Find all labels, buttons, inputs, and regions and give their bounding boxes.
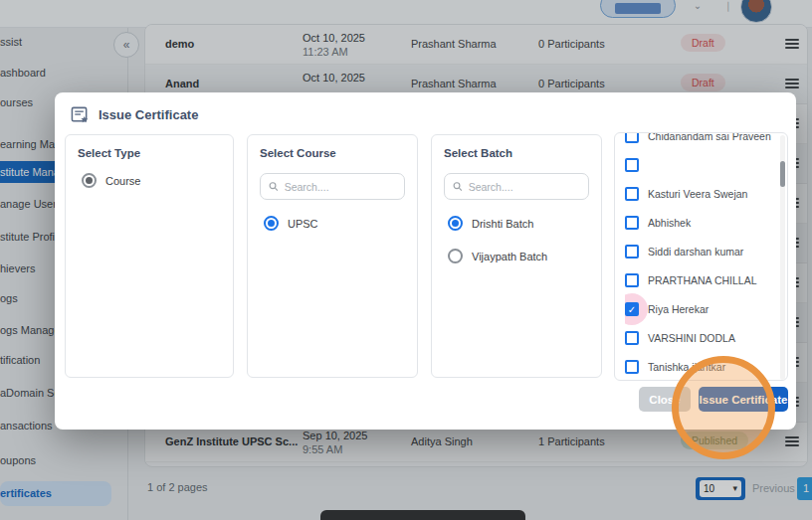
batch-option-vijaypath[interactable]: Vijaypath Batch	[448, 249, 589, 263]
select-students-panel: Chidanandam sai PraveenKasturi Veera Swe…	[614, 132, 788, 381]
checkbox-icon[interactable]	[625, 216, 639, 230]
modal-header: Issue Certificate	[71, 102, 198, 126]
checkbox-icon[interactable]	[625, 158, 639, 172]
student-name-label: PRARTHANA CHILLAL	[648, 274, 757, 286]
batch-option-label: Vijaypath Batch	[472, 251, 547, 262]
select-type-title: Select Type	[78, 147, 221, 159]
student-list: Chidanandam sai PraveenKasturi Veera Swe…	[625, 133, 774, 381]
type-option-course[interactable]: Course	[82, 173, 221, 188]
search-icon	[269, 181, 279, 192]
student-name-label: Chidanandam sai Praveen	[648, 133, 771, 142]
checkbox-icon[interactable]	[625, 273, 639, 287]
radio-unselected-icon[interactable]	[448, 249, 463, 263]
checkbox-icon[interactable]	[625, 360, 639, 374]
student-item[interactable]: Abhishek	[625, 212, 774, 234]
student-item[interactable]: Siddi darshan kumar	[625, 241, 774, 262]
batch-option-drishti[interactable]: Drishti Batch	[448, 216, 589, 231]
checkbox-icon[interactable]	[625, 331, 639, 345]
checkbox-icon[interactable]	[625, 245, 639, 259]
radio-selected-icon[interactable]	[82, 173, 97, 188]
search-icon	[453, 181, 463, 192]
student-item[interactable]: ✓Riya Herekar	[625, 298, 774, 320]
batch-search-input[interactable]	[469, 181, 580, 193]
student-item[interactable]: Kasturi Veera Swejan	[625, 183, 774, 205]
modal-title: Issue Certificate	[99, 107, 198, 122]
select-batch-title: Select Batch	[444, 147, 589, 159]
student-name-label: Siddi darshan kumar	[648, 246, 743, 258]
batch-option-label: Drishti Batch	[472, 218, 533, 230]
student-name-label: Kasturi Veera Swejan	[648, 188, 747, 200]
highlight-circle-annotation	[672, 356, 775, 459]
batch-search	[444, 173, 589, 200]
certificate-icon	[71, 105, 90, 124]
course-option-upsc[interactable]: UPSC	[264, 216, 405, 231]
type-option-label: Course	[105, 175, 140, 187]
select-type-panel: Select Type Course	[65, 134, 234, 378]
checkbox-checked-icon[interactable]: ✓	[625, 302, 639, 316]
select-course-title: Select Course	[260, 147, 405, 159]
select-course-panel: Select Course UPSC	[247, 134, 418, 378]
student-item[interactable]: VARSHINI DODLA	[625, 327, 774, 349]
course-search-input[interactable]	[285, 181, 396, 193]
checkbox-icon[interactable]	[625, 133, 639, 143]
student-item[interactable]	[625, 154, 774, 176]
student-item[interactable]: PRARTHANA CHILLAL	[625, 269, 774, 291]
student-name-label: VARSHINI DODLA	[648, 332, 735, 344]
screen: ⌄ ｜ ssistashboardoursesearning Manastitu…	[0, 0, 812, 520]
student-name-label: Riya Herekar	[648, 303, 709, 315]
student-item[interactable]: Chidanandam sai Praveen	[625, 133, 774, 147]
scrollbar-thumb[interactable]	[780, 161, 785, 187]
course-option-label: UPSC	[288, 218, 318, 230]
select-batch-panel: Select Batch Drishti Batch Vijaypath Bat…	[431, 134, 602, 378]
student-name-label: Abhishek	[648, 217, 691, 229]
radio-selected-icon[interactable]	[264, 216, 279, 231]
radio-selected-icon[interactable]	[448, 216, 463, 231]
checkbox-icon[interactable]	[625, 187, 639, 201]
course-search	[260, 173, 405, 200]
